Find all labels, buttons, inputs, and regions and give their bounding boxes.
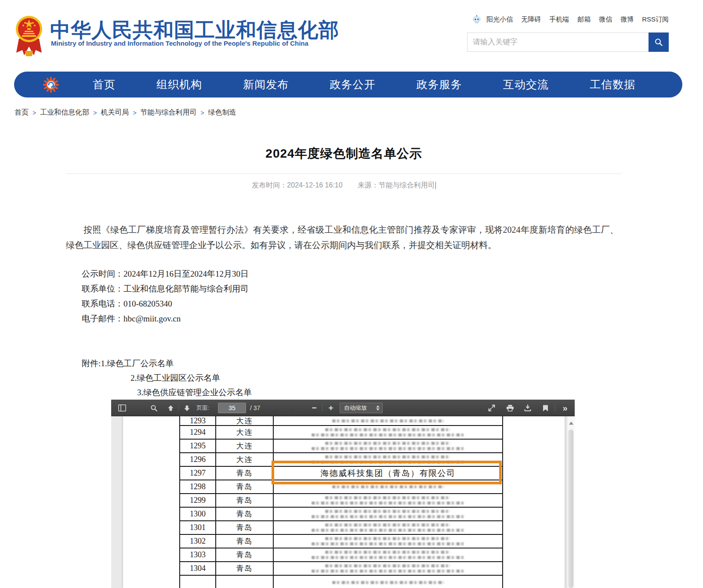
redacted-text [312, 529, 464, 532]
scrollbar-thumb[interactable] [568, 429, 573, 588]
redacted-text [325, 551, 451, 554]
pdf-page: 1293大连1294大连1295大连1296大连1297青岛海德威科技集团（青岛… [123, 416, 565, 588]
zoom-out-button[interactable]: − [308, 400, 320, 416]
previous-page-button[interactable] [164, 400, 177, 416]
row-city-cell: 大连 [216, 453, 274, 466]
fullscreen-icon [488, 404, 495, 411]
toolbar-separator [322, 404, 323, 411]
page-number-label: 页面: [196, 400, 210, 416]
nav-item-1[interactable]: 组织机构 [156, 77, 202, 92]
site-subtitle: Ministry of Industry and Information Tec… [51, 40, 308, 47]
current-view-bookmark-button[interactable] [538, 400, 552, 416]
breadcrumb-separator: > [33, 109, 36, 116]
attachment-0: 附件:1.绿色工厂公示名单 [82, 359, 252, 368]
quick-link-5[interactable]: 微博 [620, 15, 634, 24]
redacted-text [325, 455, 451, 458]
print-button[interactable] [503, 400, 517, 416]
redacted-text [312, 447, 464, 450]
attachment-1[interactable]: 2.绿色工业园区公示名单 [82, 374, 252, 382]
row-city-cell: 青岛 [216, 480, 274, 493]
redacted-text [325, 564, 451, 567]
quick-link-1[interactable]: 无障碍 [521, 15, 541, 24]
quick-link-0[interactable]: 阳光小信 [486, 15, 513, 24]
select-arrows-icon [376, 405, 380, 411]
sidebar-toggle-button[interactable] [116, 400, 129, 416]
download-button[interactable] [521, 400, 535, 416]
info-line-3: 电子邮件：hbc@miit.gov.cn [82, 314, 249, 323]
arrow-up-icon [167, 405, 174, 411]
nav-item-2[interactable]: 新闻发布 [243, 77, 289, 92]
row-company-cell [274, 508, 502, 520]
quick-link-3[interactable]: 邮箱 [577, 15, 591, 24]
row-company-cell [274, 494, 502, 507]
attachments-list: 附件:1.绿色工厂公示名单2.绿色工业园区公示名单3.绿色供应链管理企业公示名单 [82, 359, 252, 403]
table-row: 1293大连 [180, 416, 502, 426]
page-number-input[interactable] [218, 403, 246, 413]
row-city-cell: 青岛 [216, 521, 274, 534]
nav-item-3[interactable]: 政务公开 [330, 77, 375, 92]
miit-gear-icon [43, 77, 59, 93]
site-header: 中华人民共和国工业和信息化部 Ministry of Industry and … [0, 0, 703, 70]
presentation-mode-button[interactable] [485, 400, 499, 416]
row-number-cell: 1294 [180, 426, 216, 439]
page-title: 2024年度绿色制造名单公示 [66, 145, 622, 162]
row-city-cell: 青岛 [216, 562, 274, 575]
row-city-cell: 青岛 [216, 548, 274, 561]
print-icon [506, 404, 514, 411]
download-icon [524, 404, 531, 411]
breadcrumb-item-4[interactable]: 绿色制造 [208, 108, 236, 117]
zoom-mode-select[interactable]: 自动缩放 [340, 403, 383, 413]
breadcrumb-item-3[interactable]: 节能与综合利用司 [141, 108, 197, 117]
nav-item-0[interactable]: 首页 [93, 77, 116, 92]
table-row: 1298青岛 [180, 480, 502, 494]
redacted-text [325, 428, 451, 431]
search-input[interactable] [467, 33, 649, 51]
find-icon [150, 404, 158, 412]
pdf-body: 1293大连1294大连1295大连1296大连1297青岛海德威科技集团（青岛… [111, 416, 575, 588]
more-tools-button[interactable]: » [558, 400, 573, 416]
pdf-scrollbar[interactable] [567, 416, 575, 588]
zoom-mode-value: 自动缩放 [344, 404, 376, 412]
row-number-cell: 1297 [180, 467, 216, 480]
next-page-button[interactable] [181, 400, 193, 416]
redacted-text [332, 581, 444, 584]
title-divider [66, 173, 622, 174]
zoom-in-button[interactable]: + [325, 400, 337, 416]
find-button[interactable] [147, 400, 160, 416]
row-company-cell [274, 480, 502, 493]
breadcrumb-separator: > [201, 109, 204, 116]
search-box [467, 32, 669, 52]
quick-link-2[interactable]: 手机端 [549, 15, 569, 24]
toolbar-separator [178, 404, 179, 411]
row-number-cell: 1295 [180, 440, 216, 452]
redacted-text [332, 485, 444, 488]
attachment-2[interactable]: 3.绿色供应链管理企业公示名单 [82, 388, 252, 397]
quick-link-4[interactable]: 微信 [599, 15, 612, 24]
breadcrumb-item-2[interactable]: 机关司局 [101, 108, 129, 117]
row-number-cell: 1296 [180, 453, 216, 466]
breadcrumb-item-0[interactable]: 首页 [14, 108, 29, 117]
main-nav: 首页组织机构新闻发布政务公开政务服务互动交流工信数据 [14, 72, 682, 97]
quick-link-6[interactable]: RSS订阅 [642, 15, 669, 24]
xiaoxin-robot-icon[interactable] [472, 14, 482, 24]
scroll-up-arrow-icon[interactable] [569, 422, 573, 425]
redacted-text [312, 515, 464, 518]
nav-item-4[interactable]: 政务服务 [417, 77, 462, 92]
article-meta: 发布时间：2024-12-16 16:10 来源：节能与综合利用司 [66, 181, 622, 190]
row-company-cell [274, 548, 502, 561]
row-number-cell: 1301 [180, 521, 216, 534]
breadcrumb-separator: > [93, 109, 97, 116]
redacted-text [325, 496, 451, 499]
nav-item-5[interactable]: 互动交流 [503, 77, 549, 92]
row-company-cell [274, 453, 502, 466]
row-number-cell: 1300 [180, 508, 216, 520]
redacted-text [312, 433, 464, 436]
redacted-text [312, 461, 464, 464]
redacted-text [312, 570, 464, 573]
quick-links: 阳光小信无障碍手机端邮箱微信微博RSS订阅 [472, 14, 669, 24]
nav-item-6[interactable]: 工信数据 [590, 77, 635, 92]
table-row: 1294大连 [180, 426, 502, 440]
breadcrumb-item-1[interactable]: 工业和信息化部 [40, 108, 89, 117]
row-city-cell: 青岛 [216, 535, 274, 548]
search-button[interactable] [649, 32, 669, 52]
